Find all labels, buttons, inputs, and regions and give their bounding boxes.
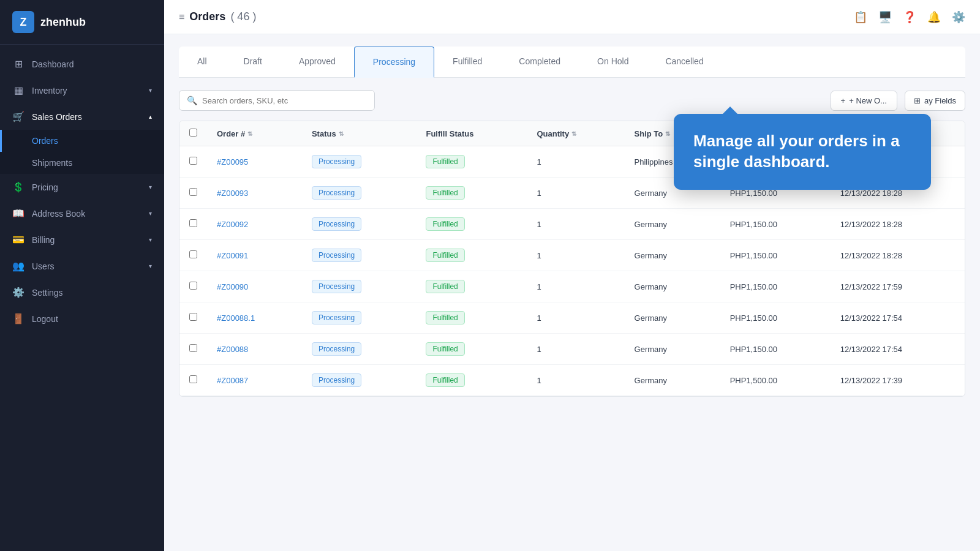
order-link[interactable]: #Z00090 (217, 282, 248, 291)
tab-all[interactable]: All (179, 47, 225, 77)
row-status: Processing (302, 365, 417, 396)
sidebar-item-inventory[interactable]: ▦ Inventory ▾ (0, 77, 164, 103)
row-checkbox[interactable] (189, 157, 197, 165)
status-badge: Processing (312, 311, 361, 324)
chevron-down-icon: ▾ (149, 236, 152, 243)
row-checkbox[interactable] (189, 219, 197, 227)
inventory-icon: ▦ (12, 84, 24, 96)
orders-label: Orders (32, 136, 58, 146)
chevron-down-icon: ▾ (149, 210, 152, 217)
status-sort: Status ⇅ (312, 129, 344, 138)
order-link[interactable]: #Z00093 (217, 189, 248, 198)
tab-processing[interactable]: Processing (354, 47, 434, 78)
row-checkbox[interactable] (189, 282, 197, 290)
col-status[interactable]: Status ⇅ (302, 121, 417, 146)
sidebar-item-label: Sales Orders (32, 112, 82, 122)
row-order: #Z00087 (207, 365, 302, 396)
sidebar-item-address-book[interactable]: 📖 Address Book ▾ (0, 200, 164, 227)
quantity-sort: Quantity ⇅ (537, 129, 576, 138)
sidebar-item-pricing[interactable]: 💲 Pricing ▾ (0, 174, 164, 200)
row-checkbox-cell[interactable] (179, 334, 207, 365)
topbar-icons: 📋 🖥️ ❓ 🔔 ⚙️ (854, 10, 965, 24)
row-checkbox-cell[interactable] (179, 302, 207, 334)
fulfill-status-badge: Fulfilled (426, 249, 464, 262)
order-link[interactable]: #Z00087 (217, 376, 248, 385)
new-order-button[interactable]: + + New O... (831, 91, 897, 111)
tab-cancelled[interactable]: Cancelled (647, 47, 722, 77)
row-ship-to: Germany (625, 271, 720, 302)
chevron-down-icon: ▾ (149, 263, 152, 269)
row-checkbox-cell[interactable] (179, 240, 207, 271)
sidebar-item-label: Logout (32, 314, 58, 324)
row-checkbox[interactable] (189, 375, 197, 383)
row-checkbox-cell[interactable] (179, 209, 207, 240)
sidebar-item-shipments[interactable]: Shipments (0, 152, 164, 174)
sidebar-item-dashboard[interactable]: ⊞ Dashboard (0, 51, 164, 77)
table-row: #Z00090 Processing Fulfilled 1 Germany P… (179, 271, 965, 302)
fulfill-status-badge: Fulfilled (426, 217, 464, 231)
row-checkbox-cell[interactable] (179, 271, 207, 302)
shipments-label: Shipments (32, 158, 72, 168)
order-link[interactable]: #Z00088.1 (217, 313, 255, 323)
row-checkbox[interactable] (189, 313, 197, 321)
tooltip-overlay: Manage all your orders in a single dashb… (674, 114, 931, 190)
sidebar-item-label: Users (32, 261, 55, 271)
sidebar-item-label: Billing (32, 235, 55, 245)
tab-draft[interactable]: Draft (225, 47, 281, 77)
fulfill-status-badge: Fulfilled (426, 311, 464, 324)
row-total-price: PHP1,150.00 (720, 271, 831, 302)
col-quantity[interactable]: Quantity ⇅ (527, 121, 624, 146)
order-link[interactable]: #Z00092 (217, 220, 248, 229)
row-status: Processing (302, 302, 417, 334)
bell-icon[interactable]: 🔔 (927, 10, 941, 24)
topbar: ≡ Orders ( 46 ) 📋 🖥️ ❓ 🔔 ⚙️ (164, 0, 980, 34)
col-order[interactable]: Order # ⇅ (207, 121, 302, 146)
order-link[interactable]: #Z00091 (217, 251, 248, 260)
row-total-price: PHP1,150.00 (720, 240, 831, 271)
menu-icon: ≡ (179, 12, 184, 23)
monitor-icon[interactable]: 🖥️ (878, 10, 892, 24)
billing-icon: 💳 (12, 234, 24, 246)
row-created: 12/13/2022 17:54 (831, 302, 965, 334)
chevron-up-icon: ▴ (149, 113, 152, 120)
tab-completed[interactable]: Completed (500, 47, 579, 77)
columns-icon: ⊞ (914, 96, 921, 105)
row-total-price: PHP1,150.00 (720, 209, 831, 240)
order-link[interactable]: #Z00095 (217, 157, 248, 167)
select-all-checkbox[interactable] (189, 129, 197, 137)
row-fulfill-status: Fulfilled (416, 240, 527, 271)
sidebar-item-orders[interactable]: Orders (0, 130, 164, 152)
sidebar-item-sales-orders[interactable]: 🛒 Sales Orders ▴ (0, 103, 164, 130)
clipboard-icon[interactable]: 📋 (854, 10, 867, 24)
row-checkbox[interactable] (189, 188, 197, 196)
row-checkbox[interactable] (189, 344, 197, 352)
sidebar-item-billing[interactable]: 💳 Billing ▾ (0, 227, 164, 253)
row-order: #Z00092 (207, 209, 302, 240)
logo-icon: Z (12, 11, 34, 33)
row-order: #Z00088.1 (207, 302, 302, 334)
help-icon[interactable]: ❓ (903, 10, 916, 24)
row-checkbox-cell[interactable] (179, 178, 207, 209)
col-fulfill-status: Fulfill Status (416, 121, 527, 146)
settings-icon: ⚙️ (12, 287, 24, 298)
row-total-price: PHP1,500.00 (720, 365, 831, 396)
sidebar-item-settings[interactable]: ⚙️ Settings (0, 279, 164, 305)
gear-icon[interactable]: ⚙️ (952, 10, 965, 24)
status-badge: Processing (312, 280, 361, 293)
sidebar-item-users[interactable]: 👥 Users ▾ (0, 253, 164, 279)
logout-icon: 🚪 (12, 313, 24, 324)
row-checkbox-cell[interactable] (179, 365, 207, 396)
display-fields-button[interactable]: ⊞ ay Fields (905, 91, 965, 111)
row-checkbox-cell[interactable] (179, 146, 207, 178)
row-checkbox[interactable] (189, 250, 197, 258)
tab-approved[interactable]: Approved (281, 47, 354, 77)
order-link[interactable]: #Z00088 (217, 345, 248, 354)
search-box[interactable]: 🔍 (179, 90, 375, 111)
header-checkbox[interactable] (179, 121, 207, 146)
search-input[interactable] (202, 96, 367, 105)
sidebar-item-logout[interactable]: 🚪 Logout (0, 305, 164, 332)
fulfill-status-badge: Fulfilled (426, 186, 464, 200)
row-ship-to: Germany (625, 209, 720, 240)
tab-on-hold[interactable]: On Hold (579, 47, 647, 77)
tab-fulfilled[interactable]: Fulfilled (434, 47, 500, 77)
